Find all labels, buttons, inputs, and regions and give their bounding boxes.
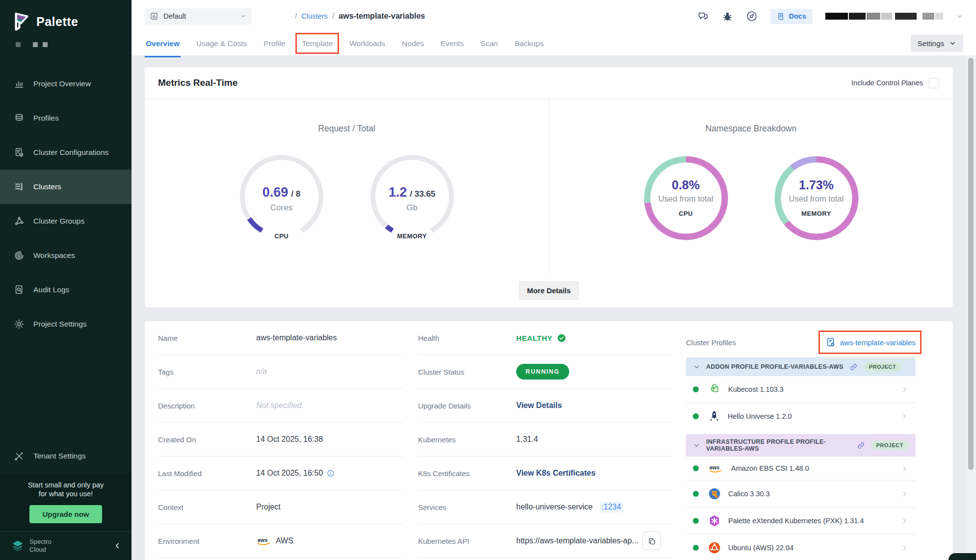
project-selector[interactable]: Default (145, 8, 252, 25)
link-icon (857, 441, 865, 450)
profile-section-title: ADDON PROFILE PROFILE-VARIABLES-AWS (706, 363, 844, 370)
tab-scan[interactable]: Scan (480, 29, 498, 57)
sidebar-item-workspaces[interactable]: Workspaces (0, 238, 132, 273)
tab-workloads[interactable]: Workloads (349, 29, 385, 57)
scrollbar-thumb[interactable] (968, 58, 974, 470)
gauge-label: CPU (236, 232, 327, 240)
profile-pack-hello-universe-1-2-0[interactable]: Hello Universe 1.2.0 (686, 403, 916, 429)
doc-search-icon (14, 284, 25, 295)
header-row-breadcrumb: Default / Clusters / aws-template-variab… (132, 0, 976, 29)
detail-label: Last Modified (158, 469, 256, 478)
gauge-cpu: 0.69 / 8 Cores CPU (236, 153, 327, 244)
tab-nodes[interactable]: Nodes (402, 29, 424, 57)
settings-button-label: Settings (918, 39, 944, 48)
profile-pack-ubuntu-aws-22-04[interactable]: Ubuntu (AWS) 22.04 (686, 535, 916, 560)
kubecost-icon (708, 383, 721, 396)
include-control-planes-checkbox[interactable] (929, 78, 939, 88)
gauge-label: MEMORY (367, 232, 458, 240)
gauge-row: 0.69 / 8 Cores CPU 1.2 / 33.65 Gb MEMORY (236, 153, 458, 244)
pack-name: Kubecost 1.103.3 (728, 385, 784, 393)
sidebar-item-tenant-settings[interactable]: Tenant Settings (0, 439, 132, 473)
detail-link-view-details[interactable]: View Details (516, 401, 562, 410)
tab-label: Nodes (402, 39, 424, 48)
svg-text:aws: aws (258, 537, 267, 543)
bug-report-icon[interactable] (722, 11, 733, 22)
donut-row: 0.8% Used from total CPU 1.73% Used from… (640, 153, 862, 244)
chat-icon[interactable] (697, 10, 709, 22)
chart-icon (14, 78, 25, 89)
profile-section-header[interactable]: ADDON PROFILE PROFILE-VARIABLES-AWS PROJ… (686, 357, 916, 376)
profile-pack-palette-extended-kubernetes-pxk-1-31-4[interactable]: Palette eXtended Kubernetes (PXK) 1.31.4 (686, 508, 916, 535)
header-row-tabs: Overview Usage & Costs Profile Template … (132, 29, 976, 57)
tab-label: Overview (146, 39, 180, 48)
sidebar: Palette Project Overview Profiles Cluste… (0, 0, 132, 560)
sidebar-item-project-overview[interactable]: Project Overview (0, 67, 132, 101)
more-details-button[interactable]: More Details (519, 281, 579, 300)
detail-value: n/a (256, 367, 267, 376)
docs-button[interactable]: Docs (770, 9, 813, 24)
chevron-right-icon (900, 464, 909, 473)
detail-label: Health (418, 334, 516, 342)
detail-link-view-k8s-certificates[interactable]: View K8s Certificates (516, 469, 596, 478)
detail-value-environment: awsAWS (256, 536, 293, 546)
info-icon[interactable] (327, 469, 335, 477)
pack-name: Amazon EBS CSI 1.48.0 (731, 464, 809, 472)
include-control-planes: Include Control Planes (851, 78, 939, 88)
tab-template[interactable]: Template (302, 29, 333, 57)
main-content: Metrics Real-Time Include Control Planes… (132, 55, 966, 560)
profile-pack-calico-3-30-3[interactable]: Calico 3.30.3 (686, 481, 916, 508)
account-menu-redacted[interactable] (825, 13, 943, 20)
pack-name: Calico 3.30.3 (728, 490, 770, 498)
tab-label: Scan (480, 39, 498, 48)
detail-row-kubernetes-api: Kubernetes API https://aws-template-vari… (418, 524, 671, 558)
breadcrumb-link-clusters[interactable]: Clusters (301, 12, 327, 20)
detail-value-services: hello-universe-service :1234 (516, 502, 623, 512)
service-port-link[interactable]: :1234 (600, 502, 623, 512)
sidebar-item-label: Cluster Configurations (33, 148, 108, 157)
detail-value: aws-template-variables (256, 333, 337, 342)
palette-logo-icon (12, 11, 30, 32)
detail-label: Upgrade Details (418, 402, 516, 410)
settings-button[interactable]: Settings (911, 35, 963, 52)
aws-icon: aws (708, 463, 724, 473)
scope-badge: PROJECT (864, 362, 901, 372)
cluster-details-card: Nameaws-template-variables Tagsn/a Descr… (145, 321, 953, 560)
sidebar-item-project-settings[interactable]: Project Settings (0, 307, 132, 341)
metrics-footer: More Details (145, 273, 953, 307)
cluster-profiles-title: Cluster Profiles (686, 338, 736, 347)
pack-name: Palette eXtended Kubernetes (PXK) 1.31.4 (728, 517, 864, 525)
compass-icon[interactable] (746, 10, 758, 22)
donut-memory: 1.73% Used from total MEMORY (771, 153, 862, 244)
tab-profile[interactable]: Profile (264, 29, 285, 57)
profile-doc-icon (825, 337, 836, 348)
tab-events[interactable]: Events (441, 29, 464, 57)
cluster-profile-link[interactable]: aws-template-variables (825, 337, 916, 348)
sidebar-item-clusters[interactable]: Clusters (0, 170, 132, 204)
link-icon (849, 363, 858, 371)
detail-row-k8s-certificates: K8s CertificatesView K8s Certificates (418, 457, 671, 490)
profile-pack-kubecost-1-103-3[interactable]: Kubecost 1.103.3 (686, 376, 916, 403)
detail-label: K8s Certificates (418, 469, 516, 478)
copy-button[interactable] (642, 532, 661, 550)
profile-section-header[interactable]: INFRASTRUCTURE PROFILE PROFILE-VARIABLES… (686, 434, 916, 457)
tab-usage-costs[interactable]: Usage & Costs (196, 29, 247, 57)
sidebar-item-cluster-groups[interactable]: Cluster Groups (0, 204, 132, 238)
api-url: https://aws-template-variables-ap... (516, 536, 638, 545)
detail-label: Created On (158, 435, 256, 444)
detail-row-context: ContextProject (158, 490, 403, 524)
tab-backups[interactable]: Backups (515, 29, 544, 57)
collapse-sidebar-icon[interactable] (113, 541, 122, 550)
details-column-profiles: Cluster Profiles aws-template-variables … (686, 321, 930, 560)
tab-overview[interactable]: Overview (146, 29, 180, 57)
chevron-right-icon (900, 412, 909, 420)
sidebar-item-cluster-configurations[interactable]: Cluster Configurations (0, 135, 132, 170)
project-selector-value: Default (163, 12, 235, 20)
tools-icon (14, 451, 25, 461)
profile-pack-amazon-ebs-csi-1-48-0[interactable]: aws Amazon EBS CSI 1.48.0 (686, 457, 916, 481)
upgrade-now-button[interactable]: Upgrade now (29, 505, 102, 523)
detail-value: Not specified. (256, 401, 304, 410)
sidebar-footer: Spectro Cloud (0, 531, 132, 560)
chevron-down-icon[interactable] (956, 13, 963, 20)
sidebar-item-profiles[interactable]: Profiles (0, 101, 132, 135)
sidebar-item-audit-logs[interactable]: Audit Logs (0, 273, 132, 307)
